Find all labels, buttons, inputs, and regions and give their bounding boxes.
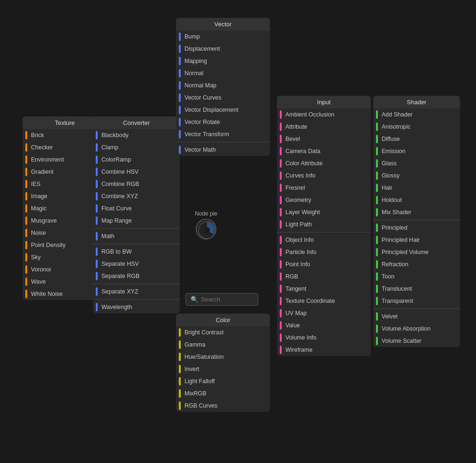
- item-dot: [376, 147, 378, 155]
- list-item[interactable]: Add Shader: [373, 108, 460, 121]
- item-dot: [179, 57, 181, 65]
- list-item[interactable]: Bright Contrast: [176, 326, 270, 339]
- list-item[interactable]: Mix Shader: [373, 206, 460, 218]
- item-label: Normal Map: [184, 82, 216, 89]
- input-panel-header: Input: [277, 96, 371, 108]
- list-item[interactable]: Holdout: [373, 194, 460, 206]
- list-item[interactable]: Tangent: [277, 283, 371, 295]
- list-item[interactable]: Math: [93, 230, 180, 242]
- list-item[interactable]: Combine HSV: [93, 166, 180, 178]
- shader-panel: Shader Add ShaderAnisotropicDiffuseEmiss…: [373, 96, 460, 347]
- list-item[interactable]: Map Range: [93, 215, 180, 227]
- list-item[interactable]: Vector Math: [176, 144, 270, 156]
- list-item[interactable]: RGB to BW: [93, 246, 180, 258]
- list-item[interactable]: Object Info: [277, 234, 371, 246]
- item-label: Normal: [184, 70, 203, 77]
- list-item[interactable]: Vector Displacement: [176, 104, 270, 116]
- item-dot: [25, 253, 27, 262]
- list-item[interactable]: MixRGB: [176, 387, 270, 400]
- list-item[interactable]: Clamp: [93, 141, 180, 154]
- list-item[interactable]: Principled Volume: [373, 246, 460, 258]
- list-item[interactable]: Mapping: [176, 55, 270, 67]
- list-item[interactable]: Displacement: [176, 43, 270, 55]
- list-item[interactable]: RGB Curves: [176, 400, 270, 412]
- item-dot: [376, 110, 378, 119]
- item-dot: [376, 196, 378, 204]
- list-item[interactable]: ColorRamp: [93, 154, 180, 166]
- list-item[interactable]: Toon: [373, 270, 460, 283]
- list-item[interactable]: Separate XYZ: [93, 286, 180, 298]
- list-item[interactable]: Transparent: [373, 295, 460, 307]
- color-panel-header: Color: [176, 314, 270, 326]
- list-item[interactable]: Bump: [176, 31, 270, 43]
- list-item[interactable]: Vector Transform: [176, 128, 270, 140]
- list-item[interactable]: Light Falloff: [176, 375, 270, 387]
- search-box[interactable]: 🔍: [185, 293, 258, 306]
- list-item[interactable]: Texture Coordinate: [277, 295, 371, 307]
- item-dot: [25, 131, 27, 139]
- list-item[interactable]: Wavelength: [93, 301, 180, 313]
- list-item[interactable]: Normal Map: [176, 79, 270, 92]
- list-item[interactable]: Anisotropic: [373, 121, 460, 133]
- list-item[interactable]: Geometry: [277, 194, 371, 206]
- item-dot: [280, 208, 282, 216]
- search-input[interactable]: [201, 296, 253, 303]
- list-item[interactable]: Combine RGB: [93, 178, 180, 190]
- item-label: Separate RGB: [101, 273, 139, 279]
- item-dot: [376, 171, 378, 180]
- list-item[interactable]: Light Path: [277, 218, 371, 231]
- list-item[interactable]: Volume Absorption: [373, 323, 460, 335]
- item-dot: [179, 340, 181, 349]
- list-item[interactable]: Vector Curves: [176, 92, 270, 104]
- list-item[interactable]: Attribute: [277, 121, 371, 133]
- list-item[interactable]: Hue/Saturation: [176, 351, 270, 363]
- list-item[interactable]: Principled: [373, 222, 460, 234]
- item-label: Color Attribute: [285, 160, 322, 167]
- list-item[interactable]: Point Info: [277, 258, 371, 270]
- list-item[interactable]: Separate RGB: [93, 270, 180, 282]
- list-item[interactable]: Fresnel: [277, 182, 371, 194]
- list-item[interactable]: Invert: [176, 363, 270, 375]
- list-item[interactable]: Glossy: [373, 170, 460, 182]
- list-item[interactable]: Hair: [373, 182, 460, 194]
- item-label: Noise: [31, 230, 46, 236]
- list-item[interactable]: Volume Info: [277, 332, 371, 344]
- list-item[interactable]: Translucent: [373, 283, 460, 295]
- list-item[interactable]: Vector Rotate: [176, 116, 270, 128]
- item-dot: [25, 290, 27, 298]
- list-item[interactable]: Color Attribute: [277, 157, 371, 170]
- list-item[interactable]: Diffuse: [373, 133, 460, 145]
- list-item[interactable]: Gamma: [176, 339, 270, 351]
- node-pie-circle[interactable]: [196, 219, 216, 239]
- item-dot: [179, 328, 181, 337]
- list-item[interactable]: Float Curve: [93, 202, 180, 215]
- item-dot: [25, 216, 27, 225]
- list-item[interactable]: Normal: [176, 67, 270, 79]
- list-item[interactable]: Curves Info: [277, 170, 371, 182]
- list-item[interactable]: Emission: [373, 145, 460, 157]
- item-label: Bump: [184, 33, 200, 40]
- list-item[interactable]: Value: [277, 319, 371, 332]
- converter-panel-header: Converter: [93, 116, 180, 129]
- list-item[interactable]: Blackbody: [93, 129, 180, 141]
- item-label: Add Shader: [382, 111, 413, 118]
- item-label: Checker: [31, 144, 53, 151]
- list-item[interactable]: Wireframe: [277, 344, 371, 356]
- list-item[interactable]: Principled Hair: [373, 234, 460, 246]
- list-item[interactable]: Combine XYZ: [93, 190, 180, 202]
- list-item[interactable]: UV Map: [277, 307, 371, 319]
- list-item[interactable]: Velvet: [373, 310, 460, 323]
- list-item[interactable]: RGB: [277, 270, 371, 283]
- list-item[interactable]: Separate HSV: [93, 258, 180, 270]
- list-item[interactable]: Layer Weight: [277, 206, 371, 218]
- list-item[interactable]: Volume Scatter: [373, 335, 460, 347]
- list-item[interactable]: Ambient Occlusion: [277, 108, 371, 121]
- list-item[interactable]: Camera Data: [277, 145, 371, 157]
- item-label: Glossy: [382, 172, 399, 179]
- list-item[interactable]: Glass: [373, 157, 460, 170]
- list-item[interactable]: Bevel: [277, 133, 371, 145]
- item-dot: [179, 106, 181, 114]
- list-item[interactable]: Particle Info: [277, 246, 371, 258]
- list-item[interactable]: Refraction: [373, 258, 460, 270]
- item-label: Volume Scatter: [382, 338, 422, 344]
